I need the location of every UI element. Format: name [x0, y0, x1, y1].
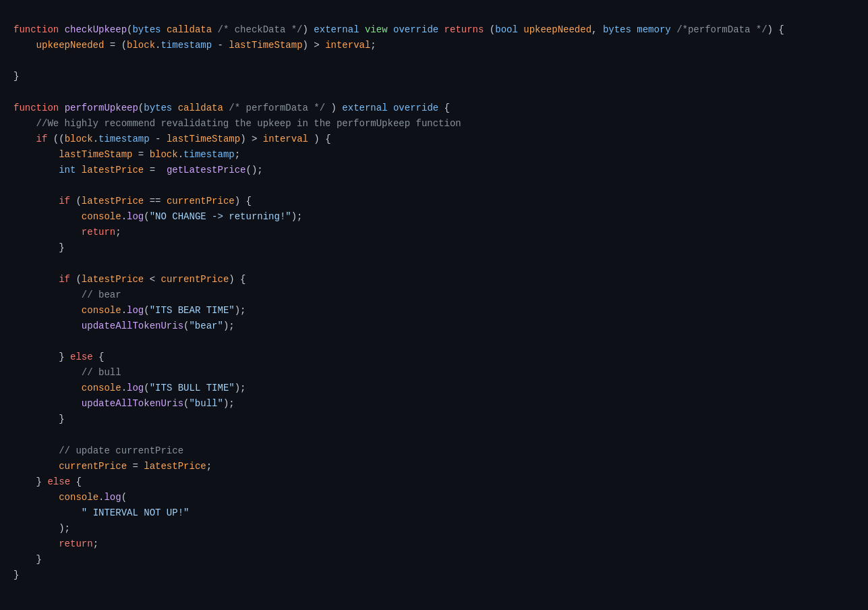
string-no-change: "NO CHANGE -> returning!" — [150, 211, 291, 222]
console-4: console — [59, 492, 98, 503]
method-log-4: log — [104, 492, 121, 503]
var-block: block — [127, 40, 155, 51]
prop-timestamp-2: timestamp — [98, 134, 150, 144]
code-editor: function checkUpkeep(bytes calldata /* c… — [13, 7, 855, 583]
kw-if-2: if — [59, 196, 70, 206]
var-latestPrice-2: latestPrice — [82, 274, 144, 285]
comment-recommend: //We highly recommend revalidating the u… — [36, 118, 461, 129]
method-updateAllTokenUris-2: updateAllTokenUris — [82, 398, 183, 409]
var-lastTimeStamp-assign: lastTimeStamp — [59, 149, 132, 160]
var-lastTimeStamp-1: lastTimeStamp — [229, 40, 302, 51]
kw-if-1: if — [36, 134, 48, 144]
string-interval-not-up: " INTERVAL NOT UP!" — [82, 507, 190, 518]
method-getLatestPrice: getLatestPrice — [167, 165, 246, 175]
param-calldata-2: calldata — [178, 103, 223, 113]
kw-external-2: external — [342, 103, 387, 113]
type-bytes-3: bytes — [144, 103, 172, 113]
string-bear: "bear" — [189, 321, 223, 331]
kw-view-1: view — [365, 24, 388, 35]
var-block-2: block — [65, 134, 93, 144]
string-bull-time: "ITS BULL TIME" — [150, 383, 235, 393]
keyword-function-2: function — [13, 103, 59, 113]
kw-returns-1: returns — [444, 24, 484, 35]
var-latestPrice-decl: latestPrice — [82, 165, 144, 175]
method-log-1: log — [127, 211, 144, 222]
var-currentPrice-2: currentPrice — [161, 274, 229, 285]
kw-override-2: override — [393, 103, 438, 113]
var-currentPrice-assign: currentPrice — [59, 461, 127, 472]
method-log-3: log — [127, 383, 144, 393]
kw-else-2: else — [47, 476, 70, 487]
comment-performData-2: /* performData */ — [229, 103, 325, 113]
string-bear-time: "ITS BEAR TIME" — [150, 305, 235, 316]
type-int: int — [59, 165, 76, 175]
var-latestPrice-1: latestPrice — [82, 196, 144, 206]
comment-bear: // bear — [82, 289, 121, 300]
param-upkeepNeeded: upkeepNeeded — [523, 24, 591, 35]
keyword-function: function — [13, 24, 59, 35]
comment-checkData: /* checkData */ — [218, 24, 303, 35]
comment-performData: /*performData */ — [676, 24, 767, 35]
prop-timestamp-1: timestamp — [161, 40, 212, 51]
method-updateAllTokenUris-1: updateAllTokenUris — [82, 321, 183, 331]
var-interval-2: interval — [263, 134, 308, 144]
kw-if-3: if — [59, 274, 70, 285]
comment-bull: // bull — [82, 367, 121, 378]
method-log-2: log — [127, 305, 144, 316]
kw-external-1: external — [314, 24, 359, 35]
kw-memory-1: memory — [637, 24, 670, 35]
type-bytes-2: bytes — [603, 24, 631, 35]
kw-override-1: override — [393, 24, 438, 35]
kw-else-1: else — [70, 352, 93, 362]
prop-timestamp-3: timestamp — [183, 149, 235, 160]
var-latestPrice-assign: latestPrice — [144, 461, 206, 472]
string-bull: "bull" — [189, 398, 223, 409]
console-2: console — [82, 305, 121, 316]
comment-update-currentPrice: // update currentPrice — [59, 445, 183, 456]
var-lastTimeStamp-2: lastTimeStamp — [167, 134, 240, 144]
param-calldata-1: calldata — [167, 24, 212, 35]
var-currentPrice-1: currentPrice — [167, 196, 235, 206]
console-1: console — [82, 211, 121, 222]
kw-return-2: return — [59, 538, 92, 549]
var-interval-1: interval — [325, 40, 370, 51]
var-block-3: block — [150, 149, 178, 160]
fn-performUpkeep: performUpkeep — [65, 103, 138, 113]
type-bytes: bytes — [132, 24, 161, 35]
kw-return-1: return — [82, 227, 115, 238]
var-upkeepNeeded: upkeepNeeded — [36, 40, 105, 51]
fn-checkUpkeep: checkUpkeep — [65, 24, 127, 35]
console-3: console — [82, 383, 121, 393]
type-bool: bool — [495, 24, 518, 35]
